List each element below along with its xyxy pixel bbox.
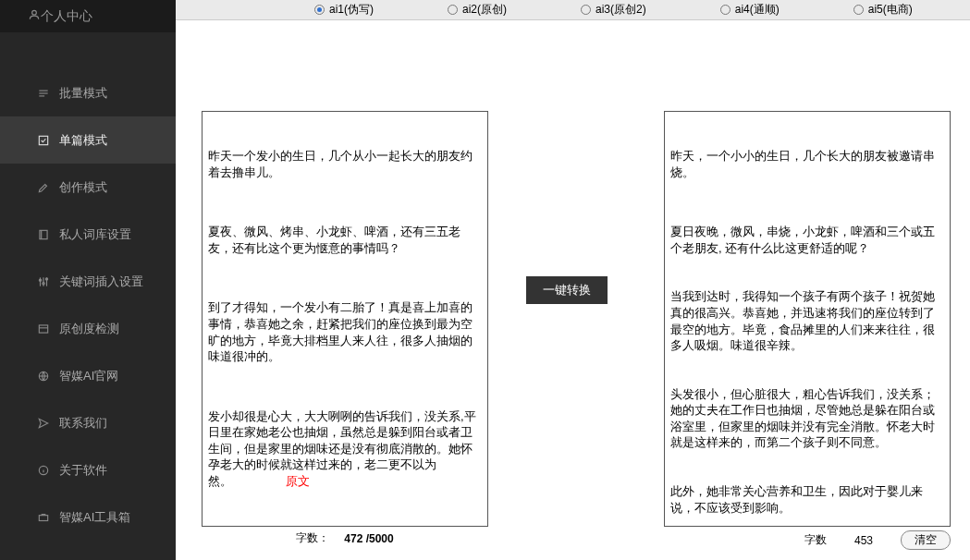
check-icon [35,134,52,147]
radio-label: ai4(通顺) [735,2,780,18]
middle-column: 一键转换 [488,30,645,551]
user-icon [28,8,41,24]
settings-icon [35,275,52,288]
sidebar-item-label: 关于软件 [59,462,107,479]
count-max: /5000 [362,532,393,545]
radio-ai2[interactable]: ai2(原创) [448,2,507,18]
sidebar-item-check[interactable]: 原创度检测 [0,305,176,352]
radio-label: ai1(伪写) [329,2,374,18]
sidebar-item-website[interactable]: 智媒AI官网 [0,352,176,399]
sidebar-item-label: 创作模式 [59,179,107,196]
edit-icon [35,181,52,194]
result-column: 昨天，一个小小的生日，几个长大的朋友被邀请串烧。 夏日夜晚，微风，串烧，小龙虾，… [664,30,951,551]
count-label: 字数： [296,530,329,546]
radio-icon [581,5,591,15]
sidebar: 个人中心 批量模式 单篇模式 创作模式 私人词库设置 关键词插入设置 原创度检测 [0,0,176,560]
svg-rect-20 [39,515,47,520]
radio-label: ai2(原创) [462,2,507,18]
radio-icon [720,5,731,15]
radio-icon [853,5,864,15]
send-icon [35,417,52,430]
toolbox-icon [35,511,52,524]
source-column: 昨天一个发小的生日，几个从小一起长大的朋友约着去撸串儿。 夏夜、微风、烤串、小龙… [202,30,488,551]
svg-point-0 [32,10,37,15]
clear-button[interactable]: 清空 [901,530,951,550]
sidebar-header-label: 个人中心 [41,8,92,25]
text-line: 到了才得知，一个发小有二胎了！真是喜上加喜的事情，恭喜她之余，赶紧把我们的座位换… [208,299,482,364]
sidebar-item-tools[interactable]: 智媒AI工具箱 [0,493,176,541]
list-icon [35,87,52,100]
radio-label: ai5(电商) [868,2,913,18]
book-icon [35,228,52,241]
sidebar-item-label: 联系我们 [59,415,107,432]
text-line: 当我到达时，我得知一个孩子有两个孩子！祝贺她真的很高兴。恭喜她，并迅速将我们的座… [670,288,944,353]
text-line: 此外，她非常关心营养和卫生，因此对于婴儿来说，不应该受到影响。 [670,483,944,516]
source-label: 原文 [286,474,310,488]
sidebar-item-dict[interactable]: 私人词库设置 [0,211,176,258]
radio-label: ai3(原创2) [596,2,646,18]
text-line: 头发很小，但心脏很大，粗心告诉我们，没关系；她的丈夫在工作日也抽烟，尽管她总是躲… [670,386,944,451]
sidebar-item-label: 智媒AI官网 [59,368,118,384]
sidebar-item-label: 私人词库设置 [59,226,131,243]
sidebar-item-contact[interactable]: 联系我们 [0,399,176,446]
main: ai1(伪写) ai2(原创) ai3(原创2) ai4(通顺) ai5(电商)… [176,0,970,560]
count-value: 453 [854,534,873,547]
count-label: 字数 [804,532,827,548]
svg-rect-4 [39,136,47,144]
source-textarea[interactable]: 昨天一个发小的生日，几个从小一起长大的朋友约着去撸串儿。 夏夜、微风、烤串、小龙… [202,111,488,527]
svg-rect-13 [39,324,47,332]
globe-icon [35,370,52,383]
text-line: 发小却很是心大，大大咧咧的告诉我们，没关系,平日里在家她老公也抽烟，虽然总是躲到… [208,408,482,490]
sidebar-item-label: 关键词插入设置 [59,274,143,290]
text-line: 昨天一个发小的生日，几个从小一起长大的朋友约着去撸串儿。 [208,148,482,180]
text-line: 昨天，一个小小的生日，几个长大的朋友被邀请串烧。 [670,148,944,180]
model-selector: ai1(伪写) ai2(原创) ai3(原创2) ai4(通顺) ai5(电商) [176,0,970,20]
sidebar-item-label: 智媒AI工具箱 [59,509,130,526]
radio-ai4[interactable]: ai4(通顺) [720,2,780,18]
info-icon [35,464,52,477]
content: 昨天一个发小的生日，几个从小一起长大的朋友约着去撸串儿。 夏夜、微风、烤串、小龙… [176,20,970,560]
sidebar-item-create[interactable]: 创作模式 [0,164,176,211]
sidebar-item-label: 单篇模式 [59,132,107,149]
source-counter: 字数： 472 /5000 [202,530,488,546]
scan-icon [35,323,52,335]
radio-icon [314,5,325,15]
sidebar-item-keyword[interactable]: 关键词插入设置 [0,258,176,305]
text-line: 夏夜、微风、烤串、小龙虾、啤酒，还有三五老友，还有比这个更为惬意的事情吗？ [208,224,482,256]
sidebar-item-single[interactable]: 单篇模式 [0,116,176,164]
sidebar-item-batch[interactable]: 批量模式 [0,69,176,116]
result-textarea[interactable]: 昨天，一个小小的生日，几个长大的朋友被邀请串烧。 夏日夜晚，微风，串烧，小龙虾，… [664,111,951,527]
sidebar-item-label: 原创度检测 [59,321,119,337]
radio-ai3[interactable]: ai3(原创2) [581,2,646,18]
radio-ai5[interactable]: ai5(电商) [853,2,913,18]
radio-icon [448,5,458,15]
convert-button[interactable]: 一键转换 [526,276,608,304]
sidebar-item-label: 批量模式 [59,85,107,102]
radio-ai1[interactable]: ai1(伪写) [314,2,374,18]
sidebar-header: 个人中心 [0,0,176,32]
result-counter: 字数 453 清空 [664,530,951,550]
text-line: 夏日夜晚，微风，串烧，小龙虾，啤酒和三个或五个老朋友, 还有什么比这更舒适的呢？ [670,224,944,256]
sidebar-item-about[interactable]: 关于软件 [0,446,176,493]
count-current: 472 [344,532,362,545]
